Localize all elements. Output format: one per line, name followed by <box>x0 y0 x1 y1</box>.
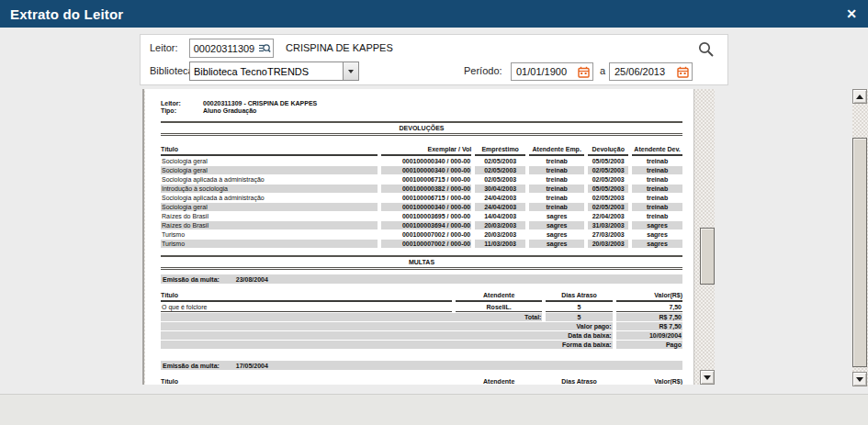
multa-block: Emissão da multa: 23/08/2004 Título Aten… <box>161 274 682 350</box>
periodo-from-value: 01/01/1900 <box>516 66 575 77</box>
data-baixa-value: 10/09/2004 <box>616 331 682 340</box>
header-titulo: Título <box>161 377 452 385</box>
cell-titulo: Introdução à sociologia <box>161 185 378 193</box>
report-tipo-row: Tipo: Aluno Graduação <box>161 107 682 115</box>
cell-devolucao: 05/05/2003 <box>588 157 628 165</box>
scroll-down-button[interactable] <box>700 370 715 385</box>
cell-exemplar: 000100003694 / 000-00 <box>381 221 472 229</box>
data-baixa-label: Data da baixa: <box>161 331 613 340</box>
cell-atendente-dev: treinab <box>632 157 682 165</box>
cell-atendente-emp: treinab <box>529 157 584 165</box>
emissao-date: 17/05/2004 <box>236 363 268 369</box>
cell-valor: 7,50 <box>616 303 682 312</box>
report-leitor-label: Leitor: <box>161 100 203 107</box>
report-page: Leitor: 00020311309 - CRISPINA DE KAPPES… <box>145 89 694 385</box>
header-atendente-emp: Atendente Emp. <box>529 145 584 156</box>
cell-titulo: O que é folclore <box>161 303 452 312</box>
cell-titulo: Raízes do Brasil <box>161 221 378 229</box>
cell-atendente-dev: treinab <box>632 166 682 174</box>
leitor-name-text: CRISPINA DE KAPPES <box>286 42 393 53</box>
cell-devolucao: 22/04/2003 <box>588 212 628 220</box>
cell-devolucao: 02/05/2003 <box>588 194 628 202</box>
scroll-down-button[interactable] <box>852 372 867 386</box>
header-atendente-dev: Atendente Dev. <box>632 145 682 156</box>
cell-exemplar: 000100000340 / 000-00 <box>381 157 472 165</box>
header-emprestimo: Empréstimo <box>475 145 525 156</box>
multa-valor-pago-row: Valor pago: R$ 7,50 <box>161 322 682 330</box>
leitor-input[interactable]: 00020311309 <box>189 39 274 58</box>
periodo-to-input[interactable]: 25/06/2013 <box>609 62 693 81</box>
scrollbar-thumb[interactable] <box>852 138 867 367</box>
multas-header-row: Título Atendente Dias Atraso Valor(R$) <box>161 377 682 385</box>
search-icon[interactable] <box>697 40 715 62</box>
cell-devolucao: 31/03/2003 <box>588 221 628 229</box>
devolucoes-body: Sociologia geral 000100000340 / 000-00 0… <box>161 157 682 248</box>
devolucoes-header-row: Título Exemplar / Vol Empréstimo Atenden… <box>161 145 682 156</box>
header-exemplar: Exemplar / Vol <box>381 145 472 156</box>
cell-atendente-emp: treinab <box>529 194 584 202</box>
cell-emprestimo: 02/05/2003 <box>475 166 525 174</box>
cell-exemplar: 000100000340 / 000-00 <box>381 166 472 174</box>
cell-atendente-dev: sagres <box>632 230 682 239</box>
cell-titulo: Sociologia aplicada à administração <box>161 175 378 184</box>
header-titulo: Título <box>161 291 452 302</box>
report-vertical-scrollbar[interactable] <box>700 89 716 385</box>
multa-block: Emissão da multa: 17/05/2004 Título Aten… <box>161 361 682 385</box>
multa-emissao-bar: Emissão da multa: 23/08/2004 <box>161 274 682 284</box>
calendar-icon[interactable] <box>578 66 590 78</box>
cell-atendente-dev: treinab <box>632 203 682 211</box>
header-atendente: Atendente <box>456 291 543 302</box>
cell-titulo: Sociologia aplicada à administração <box>161 194 378 202</box>
cell-emprestimo: 30/04/2003 <box>475 185 525 193</box>
emissao-label: Emissão da multa: <box>163 363 220 369</box>
periodo-label: Período: <box>464 65 502 76</box>
report-tipo-value: Aluno Graduação <box>203 107 256 115</box>
dialog-title: Extrato do Leitor <box>0 6 123 22</box>
multas-header-row: Título Atendente Dias Atraso Valor(R$) <box>161 291 682 302</box>
cell-emprestimo: 02/05/2003 <box>475 157 525 165</box>
devolucoes-row: Raízes do Brasil 000100003695 / 000-00 1… <box>161 212 682 220</box>
dialog-vertical-scrollbar[interactable] <box>852 89 868 386</box>
cell-emprestimo: 02/05/2003 <box>475 175 525 184</box>
cell-atendente-emp: sagres <box>529 221 584 229</box>
multa-total-row: Total: 5 R$ 7,50 <box>161 313 682 321</box>
cell-exemplar: 000100000340 / 000-00 <box>381 203 472 211</box>
cell-titulo: Raízes do Brasil <box>161 212 378 220</box>
cell-emprestimo: 20/03/2003 <box>475 230 525 239</box>
devolucoes-table: Título Exemplar / Vol Empréstimo Atenden… <box>157 144 686 249</box>
section-devolucoes: DEVOLUÇÕES <box>161 121 682 136</box>
lookup-icon[interactable] <box>258 42 271 57</box>
cell-atendente: RoseliL. <box>456 303 543 312</box>
cell-devolucao: 02/05/2003 <box>588 166 628 174</box>
multa-emissao-bar: Emissão da multa: 17/05/2004 <box>161 361 682 370</box>
cell-atendente-dev: treinab <box>632 212 682 220</box>
periodo-separator: a <box>600 65 605 76</box>
scroll-up-button[interactable] <box>852 89 867 104</box>
close-icon[interactable]: ✕ <box>846 0 857 28</box>
devolucoes-row: Raízes do Brasil 000100003694 / 000-00 2… <box>161 221 682 229</box>
header-titulo: Título <box>161 145 378 156</box>
header-devolucao: Devolução <box>588 145 628 156</box>
cell-devolucao: 02/05/2003 <box>588 175 628 184</box>
calendar-icon[interactable] <box>677 66 689 78</box>
cell-devolucao: 27/03/2003 <box>588 230 628 239</box>
chevron-down-icon[interactable] <box>343 62 358 80</box>
header-valor: Valor(R$) <box>616 377 682 385</box>
biblioteca-select[interactable]: Biblioteca TecnoTRENDS <box>189 62 359 81</box>
cell-atendente-dev: sagres <box>632 221 682 229</box>
cell-devolucao: 05/05/2003 <box>588 185 628 193</box>
header-atendente: Atendente <box>456 377 543 385</box>
devolucoes-row: Introdução à sociologia 000100000382 / 0… <box>161 185 682 193</box>
forma-baixa-value: Pago <box>616 341 682 349</box>
cell-atendente-emp: treinab <box>529 175 584 184</box>
scrollbar-thumb[interactable] <box>700 228 715 285</box>
leitor-input-value: 00020311309 <box>194 43 254 54</box>
cell-emprestimo: 14/04/2003 <box>475 212 525 220</box>
total-valor: R$ 7,50 <box>616 313 682 321</box>
dialog-body: Leitor: 00020311309 CRISPINA DE KAPPES <box>0 28 868 394</box>
dialog-titlebar: Extrato do Leitor ✕ <box>0 0 868 28</box>
cell-atendente-emp: treinab <box>529 185 584 193</box>
devolucoes-row: Sociologia aplicada à administração 0001… <box>161 194 682 202</box>
total-dias: 5 <box>546 313 612 321</box>
periodo-from-input[interactable]: 01/01/1900 <box>511 62 593 81</box>
